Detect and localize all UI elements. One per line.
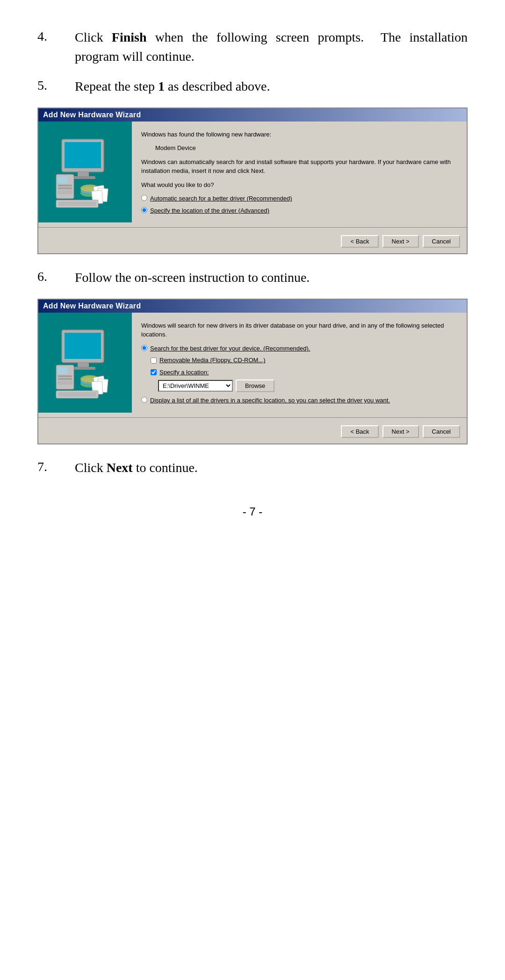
step-7: 7. Click Next to continue. (37, 458, 468, 478)
wizard-2-back-button[interactable]: < Back (341, 425, 378, 438)
wizard-2-titlebar: Add New Hardware Wizard (38, 300, 467, 313)
step-6-number: 6. (37, 268, 75, 284)
step-7-text: Click Next to continue. (75, 458, 468, 478)
svg-rect-16 (58, 201, 96, 206)
wizard-1-image (38, 122, 132, 223)
wizard-2-option-0-label: Search for the best driver for your devi… (150, 344, 310, 353)
wizard-1-device-name: Modem Device (155, 143, 457, 153)
wizard-1-cancel-button[interactable]: Cancel (423, 235, 460, 248)
wizard-2-checkbox-0-label: Removable Media (Floppy, CD-ROM...) (159, 356, 266, 365)
wizard-1-body-text: Windows can automatically search for and… (141, 157, 457, 176)
svg-rect-33 (58, 392, 96, 397)
wizard-1-back-button[interactable]: < Back (341, 235, 378, 248)
wizard-2-option-1-label: Display a list of all the drivers in a s… (150, 396, 390, 405)
wizard-1-next-button[interactable]: Next > (382, 235, 419, 248)
svg-rect-2 (78, 172, 89, 177)
wizard-2-location-dropdown[interactable]: E:\Driver\WINME (158, 380, 233, 392)
wizard-2-checkbox-1-label: Specify a location: (159, 368, 209, 377)
svg-rect-22 (58, 367, 67, 374)
wizard-2-divider (38, 417, 467, 418)
wizard-2-option-0[interactable]: Search for the best driver for your devi… (141, 344, 457, 353)
wizard-1-option-1-label: Specify the location of the driver (Adva… (150, 206, 269, 215)
wizard-1-content: Windows has found the following new hard… (132, 122, 467, 223)
wizard-1-divider (38, 227, 467, 228)
svg-rect-23 (58, 375, 72, 377)
step-4-number: 4. (37, 28, 75, 44)
computer-illustration (48, 135, 123, 209)
wizard-2-content: Windows will search for new drivers in i… (132, 313, 467, 413)
wizard-1-body: Windows has found the following new hard… (38, 122, 467, 223)
wizard-2-cancel-button[interactable]: Cancel (423, 425, 460, 438)
wizard-2-checkbox-1[interactable]: Specify a location: (151, 368, 457, 377)
wizard-2-next-button[interactable]: Next > (382, 425, 419, 438)
svg-rect-24 (58, 378, 72, 380)
wizard-1-option-1[interactable]: Specify the location of the driver (Adva… (141, 206, 457, 215)
svg-rect-8 (58, 191, 72, 193)
svg-rect-3 (71, 176, 95, 179)
wizard-2-option-1[interactable]: Display a list of all the drivers in a s… (141, 396, 457, 405)
step-4-text: Click Finish when the following screen p… (75, 28, 468, 66)
wizard-1-question: What would you like to do? (141, 180, 457, 190)
step-5: 5. Repeat the step 1 as described above. (37, 77, 468, 96)
wizard-1-option-0[interactable]: Automatic search for a better driver (Re… (141, 194, 457, 203)
page-number: - 7 - (37, 505, 468, 518)
svg-rect-7 (58, 187, 72, 189)
svg-rect-6 (58, 185, 72, 186)
wizard-2-body: Windows will search for new drivers in i… (38, 313, 467, 413)
wizard-2: Add New Hardware Wizard (37, 299, 468, 444)
wizard-2-browse-button[interactable]: Browse (236, 379, 274, 392)
wizard-2-buttons: < Back Next > Cancel (38, 422, 467, 444)
svg-rect-18 (65, 333, 101, 359)
wizard-1-option-0-label: Automatic search for a better driver (Re… (150, 194, 292, 203)
step-6: 6. Follow the on-screen instruction to c… (37, 268, 468, 287)
wizard-1: Add New Hardware Wizard (37, 107, 468, 255)
svg-rect-25 (58, 381, 72, 384)
computer-illustration-2 (48, 325, 123, 400)
step-7-number: 7. (37, 458, 75, 474)
wizard-2-image (38, 313, 132, 413)
svg-rect-19 (78, 363, 89, 367)
svg-rect-20 (71, 367, 95, 370)
wizard-2-checkbox-0[interactable]: Removable Media (Floppy, CD-ROM...) (151, 356, 457, 365)
wizard-2-location-row: E:\Driver\WINME Browse (158, 379, 457, 392)
step-5-number: 5. (37, 77, 75, 93)
step-6-text: Follow the on-screen instruction to cont… (75, 268, 468, 287)
wizard-1-found-text: Windows has found the following new hard… (141, 130, 457, 139)
wizard-1-titlebar: Add New Hardware Wizard (38, 108, 467, 122)
wizard-1-buttons: < Back Next > Cancel (38, 231, 467, 253)
step-5-text: Repeat the step 1 as described above. (75, 77, 468, 96)
svg-rect-1 (65, 142, 101, 168)
step-4: 4. Click Finish when the following scree… (37, 28, 468, 66)
wizard-2-body-text: Windows will search for new drivers in i… (141, 321, 457, 339)
svg-rect-5 (58, 177, 67, 183)
